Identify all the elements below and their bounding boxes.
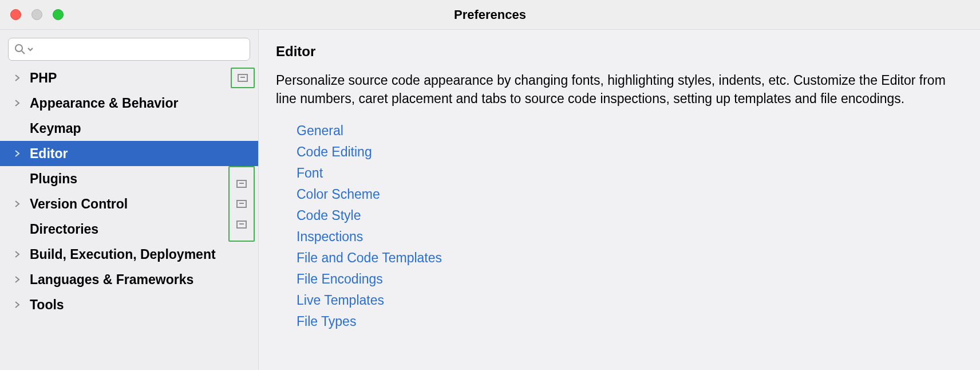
window-controls bbox=[0, 9, 64, 20]
tree-item-appearance-behavior[interactable]: Appearance & Behavior bbox=[0, 90, 258, 116]
chevron-right-icon bbox=[11, 251, 23, 258]
search-icon bbox=[14, 44, 26, 55]
tree-item-php[interactable]: PHP bbox=[0, 65, 258, 90]
chevron-right-icon bbox=[11, 100, 23, 107]
settings-tree: PHP Appearance & Behavior Keymap bbox=[0, 65, 258, 317]
link-general[interactable]: General bbox=[297, 120, 963, 141]
tree-item-directories[interactable]: Directories bbox=[0, 217, 258, 242]
tree-item-label: Build, Execution, Deployment bbox=[30, 247, 255, 262]
tree-item-editor[interactable]: Editor bbox=[0, 141, 258, 166]
link-live-templates[interactable]: Live Templates bbox=[297, 290, 963, 311]
link-code-editing[interactable]: Code Editing bbox=[297, 141, 963, 163]
titlebar: Preferences bbox=[0, 0, 980, 30]
search-input[interactable] bbox=[37, 42, 244, 57]
link-file-and-code-templates[interactable]: File and Code Templates bbox=[297, 247, 963, 269]
tree-item-label: Keymap bbox=[30, 121, 255, 136]
tree-item-label: Plugins bbox=[30, 171, 255, 187]
tree-item-tools[interactable]: Tools bbox=[0, 292, 258, 317]
tree-item-label: Appearance & Behavior bbox=[30, 96, 255, 111]
chevron-right-icon bbox=[11, 276, 23, 283]
tree-item-label: Version Control bbox=[30, 196, 255, 212]
tree-item-version-control[interactable]: Version Control bbox=[0, 191, 258, 217]
tree-item-label: Languages & Frameworks bbox=[30, 272, 255, 288]
chevron-right-icon bbox=[11, 200, 23, 207]
search-field[interactable] bbox=[8, 38, 250, 61]
page-heading: Editor bbox=[276, 44, 963, 60]
chevron-right-icon bbox=[11, 74, 23, 81]
link-code-style[interactable]: Code Style bbox=[297, 205, 963, 226]
editor-subpage-links: General Code Editing Font Color Scheme C… bbox=[276, 120, 963, 332]
close-window-button[interactable] bbox=[10, 9, 21, 20]
link-file-types[interactable]: File Types bbox=[297, 311, 963, 332]
svg-point-0 bbox=[15, 45, 22, 52]
chevron-down-icon bbox=[27, 44, 34, 55]
tree-item-label: Editor bbox=[30, 146, 255, 162]
svg-line-1 bbox=[22, 51, 25, 54]
chevron-right-icon bbox=[11, 301, 23, 308]
zoom-window-button[interactable] bbox=[53, 9, 64, 20]
window-title: Preferences bbox=[0, 7, 980, 22]
tree-item-build-execution-deployment[interactable]: Build, Execution, Deployment bbox=[0, 242, 258, 267]
project-scoped-group: Plugins Version Control Directories bbox=[0, 166, 258, 242]
link-color-scheme[interactable]: Color Scheme bbox=[297, 184, 963, 205]
tree-item-plugins[interactable]: Plugins bbox=[0, 166, 258, 191]
link-file-encodings[interactable]: File Encodings bbox=[297, 269, 963, 290]
tree-item-keymap[interactable]: Keymap bbox=[0, 116, 258, 141]
page-description: Personalize source code appearance by ch… bbox=[276, 71, 963, 108]
link-inspections[interactable]: Inspections bbox=[297, 226, 963, 247]
sidebar: PHP Appearance & Behavior Keymap bbox=[0, 30, 259, 370]
minimize-window-button[interactable] bbox=[31, 9, 42, 20]
tree-item-languages-frameworks[interactable]: Languages & Frameworks bbox=[0, 267, 258, 292]
tree-item-label: Tools bbox=[30, 297, 255, 313]
link-font[interactable]: Font bbox=[297, 163, 963, 184]
project-settings-icon-group bbox=[228, 166, 255, 242]
tree-item-label: Directories bbox=[30, 222, 255, 237]
chevron-right-icon bbox=[11, 150, 23, 157]
main-panel: Editor Personalize source code appearanc… bbox=[259, 30, 980, 370]
tree-item-label: PHP bbox=[30, 70, 231, 86]
project-settings-icon bbox=[236, 200, 247, 208]
project-settings-icon bbox=[231, 68, 255, 88]
project-settings-icon bbox=[236, 221, 247, 229]
project-settings-icon bbox=[236, 180, 247, 188]
